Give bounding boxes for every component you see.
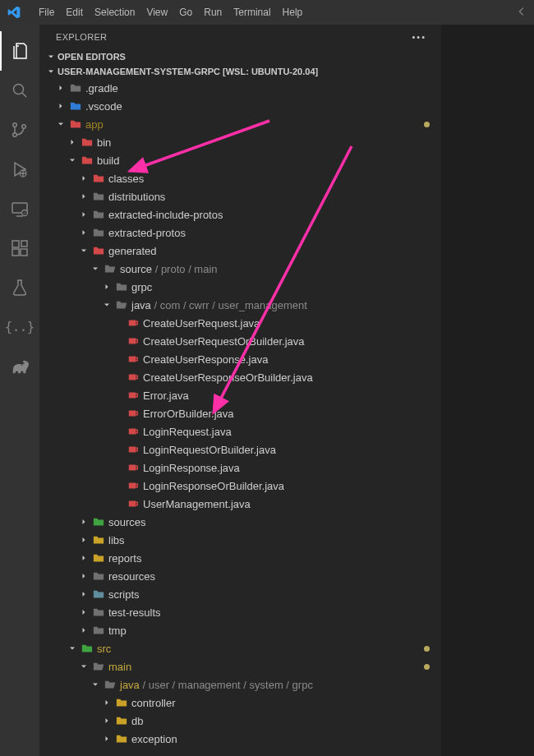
folder-item[interactable]: test-results [39, 603, 441, 621]
svg-rect-10 [129, 375, 136, 380]
vscode-logo-icon [7, 5, 21, 20]
explorer-header: EXPLORER ••• [39, 25, 441, 49]
folder-item[interactable]: source / proto / main [39, 260, 441, 278]
file-item[interactable]: CreateUserResponseOrBuilder.java [39, 368, 441, 386]
java-file-icon [125, 353, 141, 365]
more-actions-icon[interactable]: ••• [412, 32, 426, 42]
folder-item[interactable]: generated [39, 242, 441, 260]
java-file-icon [125, 426, 141, 437]
folder-icon [90, 570, 107, 582]
menu-terminal[interactable]: Terminal [228, 7, 276, 18]
file-item[interactable]: LoginResponseOrBuilder.java [39, 477, 441, 495]
folder-item[interactable]: scripts [39, 585, 441, 603]
tree-item-label: exception [130, 733, 177, 745]
menu-file[interactable]: File [33, 7, 60, 18]
activity-gradle-icon[interactable] [0, 347, 39, 386]
chevron-down-icon [89, 680, 102, 689]
tree-item-label: CreateUserResponse.java [141, 353, 268, 366]
folder-item[interactable]: controller [39, 694, 441, 712]
folder-icon [79, 643, 95, 654]
project-name-label: USER-MANAGEMENT-SYSTEM-GRPC [WSL: UBUNTU… [58, 67, 318, 76]
file-item[interactable]: Error.java [39, 386, 441, 404]
folder-item[interactable]: src [39, 639, 441, 657]
project-section[interactable]: USER-MANAGEMENT-SYSTEM-GRPC [WSL: UBUNTU… [39, 64, 441, 79]
modified-dot-icon [424, 646, 430, 652]
activity-remote-icon[interactable] [0, 189, 39, 228]
activity-search-icon[interactable] [0, 71, 39, 110]
java-file-icon [125, 390, 141, 401]
tree-item-label: UserManagement.java [141, 498, 251, 510]
menu-selection[interactable]: Selection [89, 7, 140, 18]
java-file-icon [125, 498, 141, 509]
activity-extensions-icon[interactable] [0, 228, 39, 268]
chevron-right-icon [77, 517, 90, 527]
file-item[interactable]: UserManagement.java [39, 495, 441, 513]
svg-rect-17 [129, 501, 136, 507]
menubar: File Edit Selection View Go Run Terminal… [33, 7, 308, 18]
file-item[interactable]: CreateUserResponse.java [39, 350, 441, 368]
chevron-down-icon [44, 67, 58, 76]
tree-item-label: distributions [107, 191, 165, 203]
file-item[interactable]: LoginResponse.java [39, 459, 441, 477]
folder-icon [90, 606, 107, 618]
activity-json-icon[interactable]: {..} [0, 307, 39, 347]
java-file-icon [125, 444, 141, 455]
folder-item[interactable]: distributions [39, 187, 441, 205]
folder-icon [67, 82, 84, 94]
folder-item[interactable]: app [39, 115, 441, 133]
chevron-right-icon [77, 210, 90, 219]
back-arrow-icon[interactable] [516, 6, 527, 20]
menu-help[interactable]: Help [277, 7, 309, 18]
folder-item[interactable]: resources [39, 567, 441, 585]
folder-icon [90, 516, 107, 528]
folder-item[interactable]: db [39, 712, 441, 730]
svg-rect-11 [129, 393, 136, 399]
chevron-right-icon [100, 734, 113, 744]
tree-item-label: LoginResponseOrBuilder.java [141, 480, 284, 492]
folder-item[interactable]: reports [39, 549, 441, 567]
folder-item[interactable]: main [39, 657, 441, 675]
folder-item[interactable]: bin [39, 133, 441, 151]
tree-item-label: extracted-include-protos [107, 209, 223, 221]
menu-go[interactable]: Go [173, 7, 198, 18]
tree-item-label: main [107, 661, 131, 673]
menu-view[interactable]: View [140, 7, 173, 18]
folder-item[interactable]: java / com / cwrr / user_management [39, 296, 441, 314]
tree-item-label: LoginRequestOrBuilder.java [141, 444, 276, 456]
chevron-down-icon [89, 264, 102, 274]
folder-item[interactable]: .gradle [39, 79, 441, 97]
folder-item[interactable]: java / user / management / system / grpc [39, 675, 441, 694]
folder-item[interactable]: exception [39, 730, 441, 748]
menu-run[interactable]: Run [198, 7, 228, 18]
folder-item[interactable]: sources [39, 513, 441, 531]
folder-icon [90, 534, 107, 546]
folder-item[interactable]: grpc [39, 278, 441, 296]
svg-rect-14 [129, 447, 136, 453]
file-item[interactable]: CreateUserRequestOrBuilder.java [39, 332, 441, 350]
folder-item[interactable]: extracted-protos [39, 224, 441, 242]
folder-item[interactable]: .vscode [39, 97, 441, 115]
file-item[interactable]: CreateUserRequest.java [39, 314, 441, 332]
activity-explorer-icon[interactable] [0, 31, 39, 71]
folder-item[interactable]: tmp [39, 621, 441, 639]
tree-item-label: ErrorOrBuilder.java [141, 408, 234, 420]
file-item[interactable]: LoginRequestOrBuilder.java [39, 440, 441, 459]
activity-testing-icon[interactable] [0, 268, 39, 307]
svg-rect-16 [129, 483, 136, 489]
open-editors-section[interactable]: OPEN EDITORS [39, 49, 441, 64]
folder-icon [113, 697, 130, 708]
folder-item[interactable]: extracted-include-protos [39, 205, 441, 224]
menu-edit[interactable]: Edit [60, 7, 89, 18]
tree-item-label: resources [107, 570, 155, 583]
chevron-right-icon [100, 716, 113, 726]
folder-icon [79, 154, 95, 166]
activity-run-debug-icon[interactable] [0, 150, 39, 189]
tree-item-label: .gradle [84, 82, 118, 94]
folder-item[interactable]: classes [39, 169, 441, 187]
folder-item[interactable]: libs [39, 531, 441, 549]
folder-item[interactable]: build [39, 151, 441, 169]
file-item[interactable]: ErrorOrBuilder.java [39, 404, 441, 422]
file-item[interactable]: LoginRequest.java [39, 422, 441, 440]
folder-icon [113, 733, 130, 744]
activity-source-control-icon[interactable] [0, 110, 39, 150]
